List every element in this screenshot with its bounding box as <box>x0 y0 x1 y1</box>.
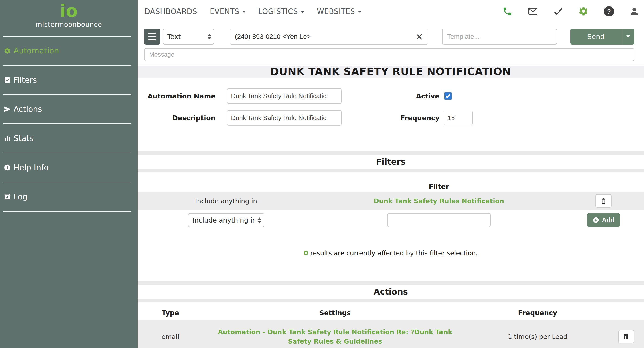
action-settings-link[interactable]: Automation - Dunk Tank Safety Rule Notif… <box>204 327 467 346</box>
sidebar-item-label: Filters <box>14 76 37 84</box>
settings-column-header: Settings <box>204 309 467 317</box>
hamburger-menu-button[interactable] <box>144 29 160 45</box>
results-count: 0 <box>304 249 308 257</box>
message-type-select[interactable]: Text <box>163 29 214 45</box>
divider <box>138 151 644 155</box>
automation-name-input[interactable] <box>227 88 342 104</box>
delete-filter-button[interactable] <box>596 194 612 208</box>
trash-icon <box>623 333 630 340</box>
send-button[interactable]: Send <box>570 29 622 45</box>
page-title-bar: DUNK TANK SAFETY RULE NOTIFICATION <box>138 66 644 78</box>
chevron-down-icon <box>358 11 362 13</box>
app-window: io mistermoonbounce Automation Filters A… <box>0 0 644 348</box>
sidebar-item-log[interactable]: Log <box>0 183 138 211</box>
nav-label: LOGISTICS <box>258 7 298 16</box>
sidebar-item-help-info[interactable]: Help Info <box>0 153 138 182</box>
nav-dashboards[interactable]: DASHBOARDS <box>144 7 197 16</box>
delete-action-button[interactable] <box>618 330 634 343</box>
send-dropdown-button[interactable] <box>622 29 634 45</box>
divider <box>3 211 131 212</box>
nav-label: EVENTS <box>210 7 239 16</box>
select-arrows-icon <box>205 29 214 44</box>
add-filter-button[interactable]: Add <box>587 213 620 227</box>
compose-toolbar: Text × Send <box>138 23 644 63</box>
sidebar-item-label: Help Info <box>14 163 48 172</box>
sidebar-item-label: Actions <box>14 105 42 114</box>
top-navbar: DASHBOARDS EVENTS LOGISTICS WEBSITES <box>138 0 644 23</box>
actions-section: Actions Type Settings Frequency email Au… <box>138 281 644 348</box>
help-icon[interactable]: ? <box>603 6 615 17</box>
clear-recipient-icon[interactable]: × <box>415 32 424 42</box>
bar-chart-icon <box>3 134 11 142</box>
actions-header-row: Type Settings Frequency <box>138 308 644 318</box>
description-label: Description <box>138 114 216 122</box>
new-filter-row: Include anything in Add <box>138 213 644 227</box>
brand-logo: io <box>0 2 138 20</box>
filter-condition-select[interactable]: Include anything in <box>188 213 264 227</box>
new-filter-value-input[interactable] <box>387 213 491 227</box>
select-arrows-icon <box>255 214 264 227</box>
active-checkbox[interactable] <box>444 92 452 100</box>
trash-icon <box>600 197 607 205</box>
sidebar-item-label: Log <box>14 192 28 201</box>
sidebar-item-label: Automation <box>14 46 59 55</box>
nav-label: WEBSITES <box>317 7 355 16</box>
filter-column-header: Filter <box>315 183 563 191</box>
automation-form: Automation Name Active Description Frequ… <box>138 78 644 132</box>
divider <box>138 298 644 302</box>
sidebar-item-filters[interactable]: Filters <box>0 66 138 94</box>
phone-icon[interactable] <box>502 6 513 17</box>
frequency-column-header: Frequency <box>467 309 608 317</box>
selected-option: Include anything in <box>188 216 255 224</box>
active-label: Active <box>342 92 440 100</box>
nav-icons: ? <box>502 6 640 17</box>
archive-icon <box>3 193 11 201</box>
nav-label: DASHBOARDS <box>144 7 197 16</box>
person-icon[interactable] <box>628 6 640 17</box>
gear-icon[interactable] <box>578 6 589 17</box>
filters-header-row: Filter <box>138 182 644 191</box>
brand[interactable]: io mistermoonbounce <box>0 0 138 28</box>
nav-logistics[interactable]: LOGISTICS <box>258 7 304 16</box>
filter-value-link[interactable]: Dunk Tank Safety Rules Notification <box>374 197 504 205</box>
page-title: DUNK TANK SAFETY RULE NOTIFICATION <box>270 66 511 78</box>
filters-section: Filters Filter Include anything in Dunk … <box>138 151 644 257</box>
filter-condition: Include anything in <box>138 197 315 205</box>
type-column-header: Type <box>138 309 204 317</box>
message-input[interactable] <box>144 48 634 61</box>
sidebar-item-actions[interactable]: Actions <box>0 95 138 123</box>
automation-name-label: Automation Name <box>138 92 216 100</box>
nav-events[interactable]: EVENTS <box>210 7 246 16</box>
sidebar-item-automation[interactable]: Automation <box>0 37 138 65</box>
send-split-button: Send <box>570 29 634 45</box>
brand-name: mistermoonbounce <box>0 21 138 28</box>
envelope-icon[interactable] <box>527 6 538 17</box>
frequency-label: Frequency <box>342 114 440 122</box>
nav-websites[interactable]: WEBSITES <box>317 7 362 16</box>
check-icon[interactable] <box>552 6 564 17</box>
recipient-input[interactable] <box>234 33 412 41</box>
sidebar: io mistermoonbounce Automation Filters A… <box>0 0 138 348</box>
filter-results-text: 0 results are currently affected by this… <box>138 249 644 257</box>
chevron-down-icon <box>242 11 246 13</box>
chevron-down-icon <box>301 11 304 13</box>
info-icon <box>3 163 11 171</box>
check-square-icon <box>3 76 11 84</box>
sidebar-item-stats[interactable]: Stats <box>0 124 138 153</box>
plus-circle-icon <box>592 217 599 224</box>
frequency-input[interactable] <box>444 110 473 125</box>
chevron-down-icon <box>626 35 630 38</box>
action-row: email Automation - Dunk Tank Safety Rule… <box>138 320 644 348</box>
description-input[interactable] <box>227 110 342 126</box>
divider <box>138 281 644 285</box>
template-input[interactable] <box>442 29 557 45</box>
action-frequency: 1 time(s) per Lead <box>467 333 608 340</box>
recipient-field-wrap: × <box>230 29 428 45</box>
nav-links: DASHBOARDS EVENTS LOGISTICS WEBSITES <box>144 7 362 16</box>
add-button-label: Add <box>602 217 614 224</box>
actions-section-title: Actions <box>138 285 644 298</box>
paper-plane-icon <box>3 105 11 113</box>
gears-icon <box>3 47 11 55</box>
main-area: DASHBOARDS EVENTS LOGISTICS WEBSITES <box>138 0 644 348</box>
selected-option: Text <box>163 33 181 41</box>
